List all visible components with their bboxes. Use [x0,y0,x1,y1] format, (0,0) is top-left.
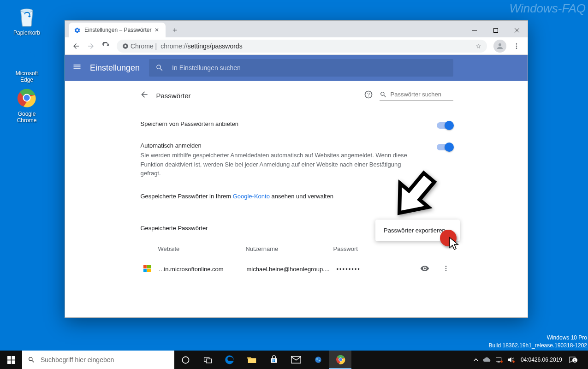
tab-title: Einstellungen – Passwörter [84,27,151,33]
task-view-button[interactable] [196,351,219,369]
svg-rect-29 [247,357,251,359]
offer-save-toggle[interactable] [437,122,452,129]
titlebar: Einstellungen – Passwörter ✕ ＋ [65,21,528,37]
settings-menu-icon[interactable] [72,62,82,73]
row-menu-button[interactable] [440,265,452,274]
taskbar: Suchbegriff hier eingeben × 04:04 26.06.… [0,351,588,369]
chrome-window: Einstellungen – Passwörter ✕ ＋ Chrome | … [65,20,528,318]
taskbar-search-placeholder: Suchbegriff hier eingeben [41,356,114,363]
svg-point-3 [24,95,30,101]
svg-rect-24 [7,360,11,364]
annotation-arrow-icon [378,162,447,232]
svg-point-13 [516,48,517,49]
new-tab-button[interactable]: ＋ [168,24,181,36]
svg-rect-32 [273,361,274,362]
svg-rect-5 [494,29,498,33]
svg-point-36 [316,358,318,360]
browser-tab[interactable]: Einstellungen – Passwörter ✕ [69,23,166,37]
cortana-button[interactable] [174,351,196,369]
google-account-link[interactable]: Google-Konto [233,193,270,200]
manage-text-post: ansehen und verwalten [270,193,333,200]
settings-search-input[interactable]: In Einstellungen suchen [149,59,453,77]
auto-signin-label: Automatisch anmelden [141,142,437,149]
tray-network-icon[interactable] [493,351,505,369]
column-password: Passwort [333,245,452,252]
settings-header: Einstellungen In Einstellungen suchen [65,55,528,81]
chrome-label: Google Chrome [8,111,45,124]
nav-back-button[interactable] [69,39,83,54]
clock-date: 26.06.2019 [535,357,562,363]
site-info-icon[interactable]: Chrome | [122,42,157,50]
cursor-icon [449,237,460,250]
page-title: Passwörter [156,92,191,100]
tray-onedrive-icon[interactable] [481,351,493,369]
taskbar-mail-icon[interactable] [285,351,307,369]
svg-point-20 [445,268,446,269]
tab-close-icon[interactable]: ✕ [153,27,161,33]
edge-label: Microsoft Edge [8,70,45,83]
desktop-icon-recycle-bin[interactable]: Papierkorb [8,6,45,36]
edge-icon [16,46,38,68]
auto-signin-toggle[interactable] [437,144,452,150]
url-scheme-label: Chrome [131,42,154,50]
panel-back-button[interactable] [140,90,156,101]
show-password-button[interactable] [420,264,429,274]
svg-point-43 [500,361,503,363]
taskbar-chrome-icon[interactable] [329,351,351,369]
svg-rect-30 [273,359,274,361]
chrome-icon [16,87,38,109]
auto-signin-description: Sie werden mithilfe gespeicherter Anmeld… [141,151,408,178]
manage-text-pre: Gespeicherte Passwörter in Ihrem [141,193,233,200]
desktop-icon-chrome[interactable]: Google Chrome [8,87,45,124]
taskbar-apps [174,351,351,369]
start-button[interactable] [0,351,22,369]
taskbar-app-icon[interactable] [307,351,329,369]
nav-forward-button[interactable] [83,39,98,54]
password-search-placeholder: Passwörter suchen [391,91,442,98]
profile-avatar-button[interactable] [493,40,506,53]
svg-rect-41 [496,357,501,361]
svg-point-37 [319,360,320,361]
settings-search-placeholder: In Einstellungen suchen [172,64,241,71]
row-website[interactable]: ...in.microsoftonline.com [159,266,247,273]
tray-clock[interactable]: 04:04 26.06.2019 [517,351,566,369]
tray-chevron-icon[interactable] [471,351,481,369]
system-tray: × 04:04 26.06.2019 1 [471,351,588,369]
taskbar-search-input[interactable]: Suchbegriff hier eingeben [22,351,174,369]
close-button[interactable] [506,24,528,37]
minimize-button[interactable] [464,24,485,37]
chrome-menu-button[interactable] [509,42,524,50]
password-search-input[interactable]: Passwörter suchen [380,91,453,101]
tray-volume-icon[interactable]: × [505,351,517,369]
panel-header: Passwörter ? Passwörter suchen [140,90,453,101]
taskbar-store-icon[interactable] [263,351,285,369]
column-website: Website [158,245,246,252]
settings-body[interactable]: Passwörter ? Passwörter suchen Speichern… [65,81,528,317]
svg-point-35 [315,357,321,363]
build-line-1: Windows 10 Pro [488,334,587,342]
svg-rect-34 [291,357,301,363]
omnibox[interactable]: Chrome | chrome://settings/passwords ☆ [117,40,487,53]
taskbar-explorer-icon[interactable] [241,351,263,369]
clock-time: 04:04 [521,357,535,363]
bookmark-star-icon[interactable]: ☆ [475,42,481,50]
svg-point-9 [125,45,127,47]
maximize-button[interactable] [485,24,506,37]
svg-rect-25 [12,360,15,364]
svg-rect-42 [498,362,500,363]
tray-notifications-icon[interactable]: 1 [566,351,586,369]
watermark-text: Windows-FAQ [510,1,586,16]
microsoft-icon [143,265,152,273]
svg-text:?: ? [367,92,369,97]
svg-rect-23 [12,356,15,360]
recycle-bin-label: Papierkorb [8,30,45,36]
svg-rect-28 [206,359,211,363]
column-username: Nutzername [246,245,333,252]
desktop-icon-edge[interactable]: Microsoft Edge [8,46,45,83]
nav-reload-button[interactable] [98,39,113,54]
svg-rect-22 [7,356,11,360]
password-row: ...in.microsoftonline.com michael.heine@… [140,258,453,280]
help-icon[interactable]: ? [364,90,373,101]
taskbar-edge-icon[interactable] [219,351,241,369]
settings-title: Einstellungen [90,63,140,73]
